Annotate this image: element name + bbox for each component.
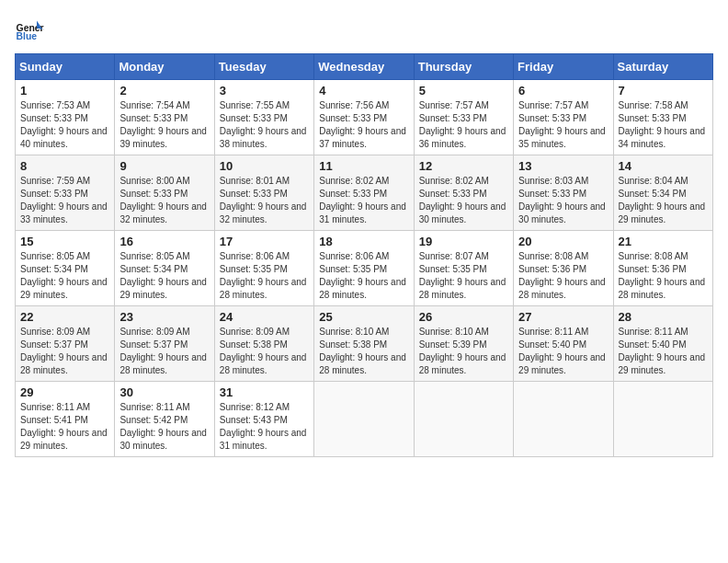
- calendar-cell: 11 Sunrise: 8:02 AM Sunset: 5:33 PM Dayl…: [314, 155, 414, 231]
- calendar-cell: 15 Sunrise: 8:05 AM Sunset: 5:34 PM Dayl…: [16, 231, 115, 306]
- day-number: 17: [220, 235, 309, 248]
- calendar-cell: 18 Sunrise: 8:06 AM Sunset: 5:35 PM Dayl…: [314, 231, 414, 306]
- day-number: 25: [319, 310, 408, 324]
- day-info: Sunrise: 7:57 AM Sunset: 5:33 PM Dayligh…: [518, 99, 608, 151]
- day-info: Sunrise: 8:09 AM Sunset: 5:38 PM Dayligh…: [220, 326, 309, 377]
- weekday-header-wednesday: Wednesday: [314, 54, 414, 80]
- calendar-cell: 7 Sunrise: 7:58 AM Sunset: 5:33 PM Dayli…: [613, 80, 712, 155]
- calendar-cell: 12 Sunrise: 8:02 AM Sunset: 5:33 PM Dayl…: [414, 155, 513, 231]
- day-info: Sunrise: 8:09 AM Sunset: 5:37 PM Dayligh…: [20, 326, 109, 377]
- calendar-cell: 14 Sunrise: 8:04 AM Sunset: 5:34 PM Dayl…: [613, 155, 712, 231]
- calendar-cell: 3 Sunrise: 7:55 AM Sunset: 5:33 PM Dayli…: [214, 80, 313, 155]
- day-info: Sunrise: 7:57 AM Sunset: 5:33 PM Dayligh…: [419, 99, 508, 151]
- day-info: Sunrise: 7:55 AM Sunset: 5:33 PM Dayligh…: [220, 99, 309, 151]
- day-number: 29: [20, 385, 109, 399]
- day-number: 23: [119, 310, 209, 324]
- day-info: Sunrise: 7:53 AM Sunset: 5:33 PM Dayligh…: [20, 99, 109, 151]
- weekday-header-friday: Friday: [514, 54, 613, 80]
- calendar-cell: 29 Sunrise: 8:11 AM Sunset: 5:41 PM Dayl…: [16, 382, 115, 457]
- day-number: 1: [20, 84, 109, 98]
- day-number: 15: [20, 235, 109, 248]
- day-number: 12: [419, 159, 508, 173]
- weekday-header-monday: Monday: [115, 54, 214, 80]
- calendar-cell: 6 Sunrise: 7:57 AM Sunset: 5:33 PM Dayli…: [514, 80, 613, 155]
- day-number: 13: [518, 159, 608, 173]
- day-info: Sunrise: 8:00 AM Sunset: 5:33 PM Dayligh…: [119, 175, 209, 226]
- weekday-header-sunday: Sunday: [16, 54, 115, 80]
- day-number: 8: [20, 159, 109, 173]
- calendar-table: SundayMondayTuesdayWednesdayThursdayFrid…: [15, 53, 713, 457]
- day-number: 16: [119, 235, 209, 248]
- day-info: Sunrise: 7:54 AM Sunset: 5:33 PM Dayligh…: [119, 99, 209, 151]
- day-number: 28: [619, 310, 708, 324]
- day-info: Sunrise: 8:04 AM Sunset: 5:34 PM Dayligh…: [619, 175, 708, 226]
- day-info: Sunrise: 8:09 AM Sunset: 5:37 PM Dayligh…: [119, 326, 209, 377]
- calendar-cell: 24 Sunrise: 8:09 AM Sunset: 5:38 PM Dayl…: [214, 306, 313, 382]
- day-info: Sunrise: 8:01 AM Sunset: 5:33 PM Dayligh…: [220, 175, 309, 226]
- day-info: Sunrise: 7:56 AM Sunset: 5:33 PM Dayligh…: [319, 99, 408, 151]
- day-info: Sunrise: 8:07 AM Sunset: 5:35 PM Dayligh…: [419, 250, 508, 302]
- day-info: Sunrise: 7:59 AM Sunset: 5:33 PM Dayligh…: [20, 175, 109, 226]
- day-number: 6: [518, 84, 608, 98]
- day-number: 5: [419, 84, 508, 98]
- day-number: 21: [619, 235, 708, 248]
- day-number: 24: [220, 310, 309, 324]
- calendar-cell: 8 Sunrise: 7:59 AM Sunset: 5:33 PM Dayli…: [16, 155, 115, 231]
- day-number: 4: [319, 84, 408, 98]
- calendar-cell: 16 Sunrise: 8:05 AM Sunset: 5:34 PM Dayl…: [115, 231, 214, 306]
- day-number: 22: [20, 310, 109, 324]
- calendar-cell: 25 Sunrise: 8:10 AM Sunset: 5:38 PM Dayl…: [314, 306, 414, 382]
- day-info: Sunrise: 8:11 AM Sunset: 5:40 PM Dayligh…: [518, 326, 608, 377]
- calendar-cell: 30 Sunrise: 8:11 AM Sunset: 5:42 PM Dayl…: [115, 382, 214, 457]
- calendar-cell: 13 Sunrise: 8:03 AM Sunset: 5:33 PM Dayl…: [514, 155, 613, 231]
- day-number: 14: [619, 159, 708, 173]
- page-header: General Blue: [15, 15, 713, 44]
- calendar-cell: 23 Sunrise: 8:09 AM Sunset: 5:37 PM Dayl…: [115, 306, 214, 382]
- day-number: 20: [518, 235, 608, 248]
- day-info: Sunrise: 8:06 AM Sunset: 5:35 PM Dayligh…: [220, 250, 309, 302]
- calendar-cell: 20 Sunrise: 8:08 AM Sunset: 5:36 PM Dayl…: [514, 231, 613, 306]
- calendar-cell: 17 Sunrise: 8:06 AM Sunset: 5:35 PM Dayl…: [214, 231, 313, 306]
- day-info: Sunrise: 8:06 AM Sunset: 5:35 PM Dayligh…: [319, 250, 408, 302]
- day-number: 26: [419, 310, 508, 324]
- day-number: 3: [220, 84, 309, 98]
- day-number: 27: [518, 310, 608, 324]
- calendar-cell: 5 Sunrise: 7:57 AM Sunset: 5:33 PM Dayli…: [414, 80, 513, 155]
- day-info: Sunrise: 7:58 AM Sunset: 5:33 PM Dayligh…: [619, 99, 708, 151]
- calendar-cell: 4 Sunrise: 7:56 AM Sunset: 5:33 PM Dayli…: [314, 80, 414, 155]
- calendar-cell: 27 Sunrise: 8:11 AM Sunset: 5:40 PM Dayl…: [514, 306, 613, 382]
- day-info: Sunrise: 8:11 AM Sunset: 5:41 PM Dayligh…: [20, 401, 109, 453]
- day-number: 2: [119, 84, 209, 98]
- logo: General Blue: [15, 15, 44, 44]
- calendar-cell: 22 Sunrise: 8:09 AM Sunset: 5:37 PM Dayl…: [16, 306, 115, 382]
- day-info: Sunrise: 8:08 AM Sunset: 5:36 PM Dayligh…: [518, 250, 608, 302]
- svg-text:Blue: Blue: [17, 31, 38, 41]
- day-info: Sunrise: 8:11 AM Sunset: 5:42 PM Dayligh…: [119, 401, 209, 453]
- day-info: Sunrise: 8:08 AM Sunset: 5:36 PM Dayligh…: [619, 250, 708, 302]
- day-info: Sunrise: 8:10 AM Sunset: 5:39 PM Dayligh…: [419, 326, 508, 377]
- day-info: Sunrise: 8:02 AM Sunset: 5:33 PM Dayligh…: [319, 175, 408, 226]
- calendar-cell: 10 Sunrise: 8:01 AM Sunset: 5:33 PM Dayl…: [214, 155, 313, 231]
- day-number: 9: [119, 159, 209, 173]
- weekday-header-thursday: Thursday: [414, 54, 513, 80]
- calendar-cell: 21 Sunrise: 8:08 AM Sunset: 5:36 PM Dayl…: [613, 231, 712, 306]
- day-number: 10: [220, 159, 309, 173]
- calendar-cell: [314, 382, 414, 457]
- day-info: Sunrise: 8:10 AM Sunset: 5:38 PM Dayligh…: [319, 326, 408, 377]
- day-info: Sunrise: 8:11 AM Sunset: 5:40 PM Dayligh…: [619, 326, 708, 377]
- calendar-cell: [613, 382, 712, 457]
- day-info: Sunrise: 8:02 AM Sunset: 5:33 PM Dayligh…: [419, 175, 508, 226]
- calendar-cell: 31 Sunrise: 8:12 AM Sunset: 5:43 PM Dayl…: [214, 382, 313, 457]
- calendar-cell: [414, 382, 513, 457]
- day-number: 18: [319, 235, 408, 248]
- day-number: 11: [319, 159, 408, 173]
- calendar-cell: [514, 382, 613, 457]
- calendar-cell: 19 Sunrise: 8:07 AM Sunset: 5:35 PM Dayl…: [414, 231, 513, 306]
- calendar-cell: 2 Sunrise: 7:54 AM Sunset: 5:33 PM Dayli…: [115, 80, 214, 155]
- day-info: Sunrise: 8:03 AM Sunset: 5:33 PM Dayligh…: [518, 175, 608, 226]
- day-number: 19: [419, 235, 508, 248]
- calendar-cell: 28 Sunrise: 8:11 AM Sunset: 5:40 PM Dayl…: [613, 306, 712, 382]
- day-info: Sunrise: 8:12 AM Sunset: 5:43 PM Dayligh…: [220, 401, 309, 453]
- calendar-cell: 26 Sunrise: 8:10 AM Sunset: 5:39 PM Dayl…: [414, 306, 513, 382]
- day-number: 30: [119, 385, 209, 399]
